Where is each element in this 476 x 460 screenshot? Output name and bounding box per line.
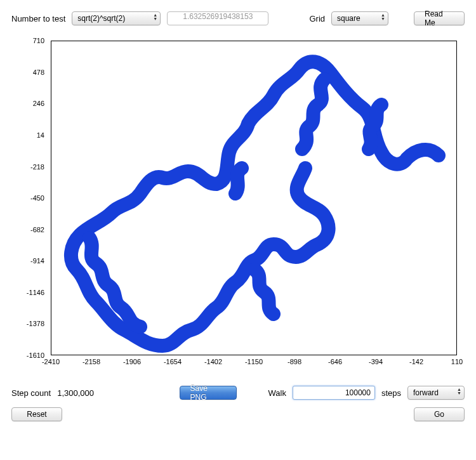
y-tick: -1146 <box>19 289 44 296</box>
reset-button[interactable]: Reset <box>11 407 62 421</box>
y-tick: 14 <box>19 131 44 139</box>
number-to-test-label: Number to test <box>11 14 65 23</box>
grid-select[interactable]: square ▲▼ <box>331 11 388 25</box>
walk-units-label: steps <box>381 388 401 398</box>
save-png-button[interactable]: Save PNG <box>180 386 237 400</box>
updown-icon: ▲▼ <box>457 388 461 395</box>
x-tick: -394 <box>363 358 388 365</box>
plot-area: 710 478 246 14 -218 -450 -682 -914 -1146… <box>11 34 465 377</box>
y-tick: 478 <box>19 69 44 76</box>
readme-button[interactable]: Read Me <box>414 11 465 25</box>
step-count-label: Step count <box>11 388 51 398</box>
y-tick: 246 <box>19 100 44 107</box>
y-tick: -1378 <box>19 320 44 327</box>
y-tick: -218 <box>19 163 44 171</box>
step-count-value: 1,300,000 <box>57 388 94 398</box>
walk-label: Walk <box>268 388 286 398</box>
number-to-test-select-value: sqrt(2)^sqrt(2) <box>77 14 125 23</box>
grid-select-value: square <box>337 14 360 23</box>
walk-direction-select[interactable]: forward ▲▼ <box>407 386 465 400</box>
x-tick: -646 <box>322 358 348 365</box>
x-tick: -1906 <box>119 358 145 365</box>
plot-canvas <box>51 41 457 355</box>
x-tick: -2158 <box>79 358 104 365</box>
updown-icon: ▲▼ <box>381 13 385 21</box>
walk-steps-input[interactable] <box>293 386 375 400</box>
y-tick: -914 <box>19 257 44 265</box>
y-tick: -450 <box>19 194 44 202</box>
y-tick: 710 <box>19 37 44 44</box>
x-tick: -898 <box>282 358 307 365</box>
updown-icon: ▲▼ <box>153 13 157 21</box>
x-tick: -1654 <box>160 358 185 365</box>
number-value-field: 1.632526919438153 <box>167 11 268 25</box>
y-tick: -682 <box>19 226 44 233</box>
x-tick: -1150 <box>241 358 267 365</box>
walk-path-svg <box>51 41 457 355</box>
x-tick: -1402 <box>201 358 226 365</box>
x-tick: 110 <box>444 358 470 365</box>
walk-direction-value: forward <box>413 388 439 397</box>
x-tick: -2410 <box>38 358 63 365</box>
x-tick: -142 <box>404 358 429 365</box>
go-button[interactable]: Go <box>414 407 465 421</box>
number-to-test-select[interactable]: sqrt(2)^sqrt(2) ▲▼ <box>72 11 161 25</box>
grid-label: Grid <box>309 14 325 23</box>
